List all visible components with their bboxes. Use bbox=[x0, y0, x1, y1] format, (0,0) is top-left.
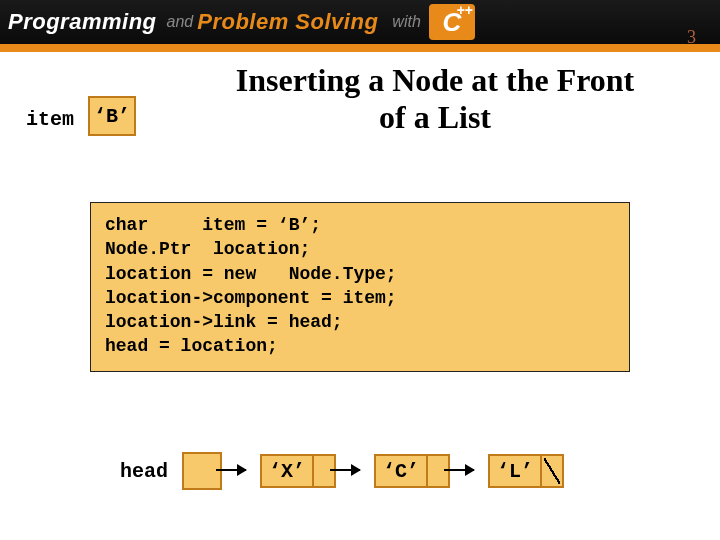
slide-content: Inserting a Node at the Front of a List … bbox=[0, 52, 720, 62]
node-value: ‘X’ bbox=[260, 454, 312, 488]
code-text: char item = ‘B’; Node.Ptr location; loca… bbox=[105, 213, 615, 359]
code-box: char item = ‘B’; Node.Ptr location; loca… bbox=[90, 202, 630, 372]
list-node: ‘L’ bbox=[488, 454, 564, 488]
node-pointer bbox=[426, 454, 450, 488]
header-with: with bbox=[392, 13, 420, 31]
linked-list-row: head ‘X’ ‘C’ ‘L’ bbox=[120, 452, 564, 490]
list-node: ‘C’ bbox=[374, 454, 450, 488]
header-bar: Programming and Problem Solving with C +… bbox=[0, 0, 720, 44]
node-value: ‘C’ bbox=[374, 454, 426, 488]
cpp-badge-plus: ++ bbox=[456, 2, 472, 18]
arrow-icon bbox=[216, 469, 246, 471]
arrow-icon bbox=[330, 469, 360, 471]
node-value: ‘L’ bbox=[488, 454, 540, 488]
title-line-1: Inserting a Node at the Front bbox=[236, 62, 635, 98]
header-strip bbox=[0, 44, 720, 52]
page-number: 3 bbox=[687, 27, 696, 48]
header-word-problem-solving: Problem Solving bbox=[197, 9, 378, 35]
title-line-2: of a List bbox=[379, 99, 491, 135]
header-and: and bbox=[167, 13, 194, 31]
item-value-box: ‘B’ bbox=[88, 96, 136, 136]
slide-title: Inserting a Node at the Front of a List bbox=[170, 62, 700, 136]
arrow-icon bbox=[444, 469, 474, 471]
item-label: item bbox=[26, 108, 74, 131]
cpp-badge: C ++ bbox=[429, 4, 475, 40]
node-pointer-null bbox=[540, 454, 564, 488]
list-node: ‘X’ bbox=[260, 454, 336, 488]
head-label: head bbox=[120, 460, 168, 483]
header-word-programming: Programming bbox=[8, 9, 157, 35]
head-pointer-box bbox=[182, 452, 222, 490]
node-pointer bbox=[312, 454, 336, 488]
